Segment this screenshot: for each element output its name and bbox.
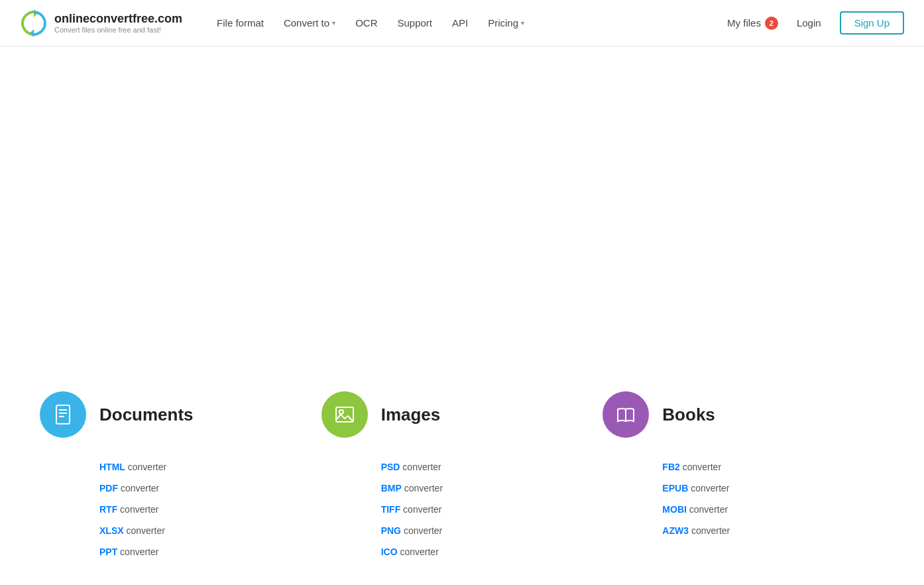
nav-item-ocr[interactable]: OCR [347,12,385,34]
logo-icon [20,9,48,37]
documents-header: Documents [40,391,321,438]
svg-rect-3 [56,405,70,424]
my-files-label: My files [727,17,761,29]
images-header: Images [321,391,603,438]
main-content: Documents HTML converter PDF converter R… [0,46,924,585]
images-title: Images [381,405,441,425]
xlsx-converter-link[interactable]: XLSX converter [99,520,321,541]
categories-section: Documents HTML converter PDF converter R… [0,365,924,585]
hero-area [0,46,924,365]
svg-point-8 [339,410,343,414]
epub-converter-link[interactable]: EPUB converter [662,478,884,499]
images-icon [333,403,357,426]
convert-to-chevron-icon: ▾ [332,19,335,27]
logo[interactable]: onlineconvertfree.com Convert files onli… [20,9,182,37]
my-files-badge: 2 [765,17,778,30]
books-column: Books FB2 converter EPUB converter MOBI … [603,391,884,562]
ppt-converter-link[interactable]: PPT converter [99,541,321,562]
books-title: Books [662,405,715,425]
svg-marker-2 [30,29,34,37]
tiff-converter-link[interactable]: TIFF converter [381,499,603,520]
signup-button[interactable]: Sign Up [840,11,904,34]
psd-converter-link[interactable]: PSD converter [381,456,603,478]
documents-icon-circle [40,391,86,438]
nav-item-file-format[interactable]: File format [209,12,272,34]
mobi-converter-link[interactable]: MOBI converter [662,499,884,520]
nav-item-support[interactable]: Support [389,12,440,34]
main-nav: File format Convert to ▾ OCR Support API… [209,12,727,34]
documents-title: Documents [99,405,194,425]
documents-column: Documents HTML converter PDF converter R… [40,391,321,562]
fb2-converter-link[interactable]: FB2 converter [662,456,884,478]
my-files-link[interactable]: My files 2 [727,17,778,30]
nav-item-convert-to[interactable]: Convert to ▾ [276,12,343,34]
html-converter-link[interactable]: HTML converter [99,456,321,478]
books-icon-circle [603,391,649,438]
books-converter-list: FB2 converter EPUB converter MOBI conver… [603,456,884,541]
header-right: My files 2 Login Sign Up [727,11,904,34]
images-column: Images PSD converter BMP converter TIFF … [321,391,603,562]
books-header: Books [603,391,884,438]
login-button[interactable]: Login [789,12,829,34]
nav-item-api[interactable]: API [444,12,476,34]
logo-subtitle: Convert files online free and fast! [54,26,182,34]
logo-title: onlineconvertfree.com [54,12,182,26]
ico-converter-link[interactable]: ICO converter [381,541,603,562]
documents-icon [51,403,75,426]
pdf-converter-link[interactable]: PDF converter [99,478,321,499]
images-converter-list: PSD converter BMP converter TIFF convert… [321,456,603,562]
rtf-converter-link[interactable]: RTF converter [99,499,321,520]
pricing-chevron-icon: ▾ [521,19,524,27]
header: onlineconvertfree.com Convert files onli… [0,0,924,46]
nav-item-pricing[interactable]: Pricing ▾ [480,12,532,34]
documents-converter-list: HTML converter PDF converter RTF convert… [40,456,321,562]
books-icon [614,403,638,426]
images-icon-circle [321,391,368,438]
bmp-converter-link[interactable]: BMP converter [381,478,603,499]
png-converter-link[interactable]: PNG converter [381,520,603,541]
azw3-converter-link[interactable]: AZW3 converter [662,520,884,541]
